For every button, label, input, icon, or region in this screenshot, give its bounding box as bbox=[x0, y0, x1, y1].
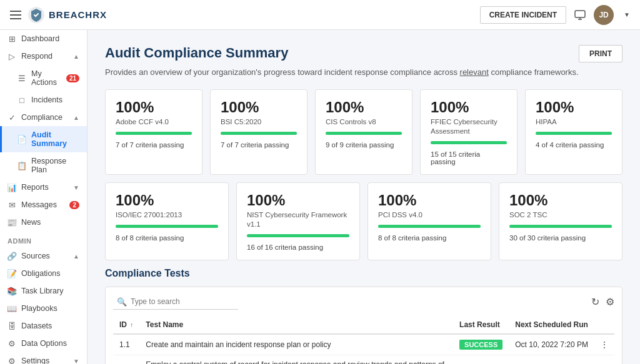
progress-bar bbox=[326, 132, 402, 135]
card-criteria: 16 of 16 criteria passing bbox=[247, 243, 349, 251]
respond-label: Respond bbox=[21, 52, 52, 61]
sidebar-item-playbooks[interactable]: 📖 Playbooks bbox=[0, 300, 87, 317]
cards-row-2: 100% ISO/IEC 27001:2013 8 of 8 criteria … bbox=[105, 182, 622, 260]
sidebar-item-obligations[interactable]: 📝 Obligations bbox=[0, 265, 87, 282]
sidebar-item-news[interactable]: 📰 News bbox=[0, 214, 87, 231]
sidebar-item-datasets[interactable]: 🗄 Datasets bbox=[0, 317, 87, 335]
card-criteria: 8 of 8 criteria passing bbox=[116, 234, 218, 242]
compliance-card: 100% SOC 2 TSC 30 of 30 criteria passing bbox=[499, 182, 622, 260]
cell-next-run: Oct 10, 2022 7:20 PM bbox=[509, 334, 594, 355]
messages-label: Messages bbox=[21, 200, 64, 209]
progress-bar bbox=[116, 225, 218, 228]
audit-summary-icon: 📄 bbox=[18, 135, 26, 144]
progress-bar bbox=[247, 234, 349, 237]
settings-icon-btn[interactable]: ⚙ bbox=[606, 296, 614, 308]
card-percent: 100% bbox=[378, 192, 481, 209]
progress-bar bbox=[536, 132, 612, 135]
col-id[interactable]: ID ↑ bbox=[113, 316, 139, 334]
compliance-card: 100% HIPAA 4 of 4 criteria passing bbox=[525, 89, 622, 175]
sidebar-item-response-plan[interactable]: 📋 Response Plan bbox=[0, 152, 87, 179]
table-row: 1.2 Employ a central system of record fo… bbox=[113, 355, 614, 364]
hamburger-menu[interactable] bbox=[10, 11, 21, 19]
task-library-icon: 📚 bbox=[8, 287, 16, 295]
datasets-label: Datasets bbox=[21, 322, 79, 330]
sidebar-item-respond[interactable]: ▷ Respond ▲ bbox=[0, 47, 87, 65]
sidebar-item-compliance[interactable]: ✓ Compliance ▲ bbox=[0, 109, 87, 126]
card-percent: 100% bbox=[221, 99, 297, 116]
my-actions-badge: 21 bbox=[66, 74, 79, 82]
card-criteria: 8 of 8 criteria passing bbox=[378, 234, 481, 242]
brand-name: BREACHRX bbox=[49, 9, 107, 20]
search-input[interactable] bbox=[131, 297, 231, 306]
avatar[interactable]: JD bbox=[594, 5, 614, 25]
refresh-icon[interactable]: ↻ bbox=[591, 296, 599, 308]
sidebar-item-incidents[interactable]: □ Incidents bbox=[0, 91, 87, 109]
compliance-label: Compliance bbox=[21, 113, 62, 122]
progress-bar-fill bbox=[536, 132, 612, 135]
monitor-icon[interactable] bbox=[574, 9, 586, 21]
respond-chevron: ▲ bbox=[73, 53, 79, 60]
news-label: News bbox=[21, 218, 79, 227]
sidebar-label: Dashboard bbox=[21, 34, 79, 43]
my-actions-label: My Actions bbox=[31, 69, 61, 87]
card-name: SOC 2 TSC bbox=[509, 210, 612, 220]
card-name: HIPAA bbox=[536, 117, 612, 127]
compliance-tests-title: Compliance Tests bbox=[105, 268, 622, 279]
person-icon: ☰ bbox=[18, 74, 26, 82]
sidebar-item-sources[interactable]: 🔗 Sources ▲ bbox=[0, 247, 87, 265]
respond-icon: ▷ bbox=[8, 52, 16, 61]
sidebar-item-data-options[interactable]: ⚙ Data Options bbox=[0, 335, 87, 352]
sidebar-item-task-library[interactable]: 📚 Task Library bbox=[0, 282, 87, 300]
messages-badge: 2 bbox=[69, 201, 79, 209]
progress-bar bbox=[509, 225, 612, 228]
nav-left: BREACHRX bbox=[10, 6, 107, 24]
sidebar-item-dashboard[interactable]: ⊞ Dashboard bbox=[0, 30, 87, 47]
card-percent: 100% bbox=[116, 99, 192, 116]
cell-menu: ⋮ bbox=[594, 334, 614, 355]
compliance-card: 100% ISO/IEC 27001:2013 8 of 8 criteria … bbox=[105, 182, 229, 260]
print-button[interactable]: PRINT bbox=[579, 45, 622, 62]
card-criteria: 4 of 4 criteria passing bbox=[536, 141, 612, 149]
card-percent: 100% bbox=[509, 192, 612, 209]
tests-toolbar: 🔍 ↻ ⚙ bbox=[113, 295, 614, 310]
top-nav: BREACHRX CREATE INCIDENT JD ▼ bbox=[0, 0, 640, 30]
card-name: NIST Cybersecurity Framework v1.1 bbox=[247, 210, 349, 229]
response-plan-icon: 📋 bbox=[18, 161, 26, 170]
messages-icon: ✉ bbox=[8, 200, 16, 209]
create-incident-button[interactable]: CREATE INCIDENT bbox=[480, 6, 566, 24]
data-options-icon: ⚙ bbox=[8, 339, 16, 348]
sidebar-item-messages[interactable]: ✉ Messages 2 bbox=[0, 196, 87, 214]
obligations-icon: 📝 bbox=[8, 269, 16, 278]
compliance-card: 100% FFIEC Cybersecurity Assessment 15 o… bbox=[420, 89, 518, 175]
brand-logo: BREACHRX bbox=[28, 6, 107, 24]
chevron-down-icon[interactable]: ▼ bbox=[624, 11, 630, 18]
sources-chevron: ▲ bbox=[73, 253, 79, 260]
settings-chevron: ▼ bbox=[73, 358, 79, 365]
grid-icon: ⊞ bbox=[8, 34, 16, 43]
cell-id: 1.1 bbox=[113, 334, 139, 355]
reports-label: Reports bbox=[21, 183, 49, 192]
sources-label: Sources bbox=[21, 252, 50, 260]
sidebar-item-my-actions[interactable]: ☰ My Actions 21 bbox=[0, 65, 87, 91]
sidebar-item-audit-summary[interactable]: 📄 Audit Summary bbox=[0, 126, 87, 152]
card-criteria: 30 of 30 criteria passing bbox=[509, 234, 612, 242]
page-title: Audit Compliance Summary bbox=[105, 45, 288, 61]
search-box: 🔍 bbox=[113, 295, 238, 310]
sidebar-item-reports[interactable]: 📊 Reports ▼ bbox=[0, 179, 87, 196]
success-badge: SUCCESS bbox=[459, 340, 502, 350]
sidebar-item-settings[interactable]: ⚙ Settings ▼ bbox=[0, 352, 87, 364]
cell-test-name: Create and maintain an incident response… bbox=[139, 334, 453, 355]
cell-menu: ⋮ bbox=[594, 355, 614, 364]
card-percent: 100% bbox=[247, 192, 349, 209]
card-criteria: 7 of 7 criteria passing bbox=[116, 141, 192, 149]
card-percent: 100% bbox=[431, 99, 507, 116]
svg-rect-1 bbox=[575, 11, 585, 17]
news-icon: 📰 bbox=[8, 218, 16, 227]
progress-bar-fill bbox=[431, 141, 507, 144]
card-criteria: 9 of 9 criteria passing bbox=[326, 141, 402, 149]
cell-result: SUCCESS bbox=[453, 334, 509, 355]
progress-bar bbox=[221, 132, 297, 135]
table-header-row: ID ↑ Test Name Last Result Next Schedule… bbox=[113, 316, 614, 334]
card-percent: 100% bbox=[116, 192, 218, 209]
playbooks-label: Playbooks bbox=[21, 304, 79, 313]
